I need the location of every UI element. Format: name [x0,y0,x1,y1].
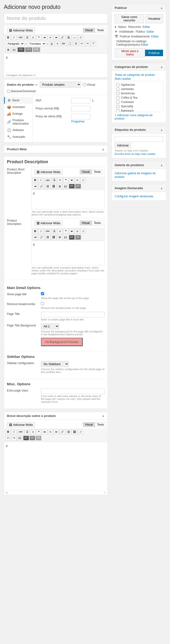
sd-ul[interactable]: ☰ [52,178,57,183]
bd-unlink[interactable]: ⛓ [66,430,71,434]
choose-tags-link[interactable]: Escolha entre as tags mais usadas [115,152,156,155]
cat-item[interactable]: camisetas [116,87,161,91]
most-used-link[interactable]: Mais usadas [115,77,163,80]
pd-expand[interactable]: ⤢ [81,229,86,234]
bd-italic[interactable]: I [11,430,16,434]
expand-btn[interactable]: ⤢ [78,35,83,40]
sku-input[interactable] [71,98,90,104]
categories-toggle[interactable]: ▲ [160,65,163,69]
add-gallery-link[interactable]: Adicionar galeria de imagens do produto [115,172,156,178]
extra-class-input[interactable] [41,388,105,394]
sd-ol[interactable]: ≡ [58,178,63,183]
formats-select[interactable]: Formatos [27,41,46,46]
visual-tab[interactable]: Visual [83,28,95,33]
pd-blockquote[interactable]: ❝ [63,229,69,234]
page-title-bg-select[interactable]: Default Alt 1 Alt 2 Alt 3 [41,323,59,329]
virtual-label[interactable]: Virtual: [83,83,96,86]
redo-btn[interactable]: ↪ [85,41,90,46]
publish-button[interactable]: Publicar [145,50,163,56]
brief-desc-resize[interactable]: ⤡ [103,491,106,494]
alt-bg-preview-button[interactable]: Alt Background Preview [41,338,83,346]
add-media-button[interactable]: 🖼 Adicionar Mídia [7,28,35,33]
sidenav-geral[interactable]: ⚙ Geral [4,97,33,104]
sd-unlink[interactable]: ⛓ [45,184,51,189]
tag-input[interactable] [115,136,163,142]
desc-visual-tab[interactable]: Visual [80,220,92,226]
link-btn[interactable]: 🔗 [59,35,65,40]
table-btn[interactable]: ⊞ [5,47,11,52]
insert-btn[interactable]: — [72,35,77,40]
remove-breadcrumbs-checkbox[interactable] [41,302,44,305]
bd-f3[interactable]: FF [36,436,41,440]
pd-image[interactable]: 🖼 [51,235,57,240]
page-title-input[interactable] [41,312,105,317]
categories-list[interactable]: Appliances camisetas femininnas Coffee &… [115,81,163,112]
pd-f2[interactable]: FF [75,235,81,240]
bd-ul[interactable]: ☰ [25,430,30,434]
status-edit-link[interactable]: Editar [143,25,150,28]
cat-item[interactable]: Cookware [116,100,161,104]
pd-table[interactable]: ⊞ [57,235,62,240]
preview-button[interactable]: Visualizar [145,14,163,23]
short-desc-add-media[interactable]: 🖼 Adicionar Mídia [34,170,63,175]
bd-align-right[interactable]: ➡ [53,430,59,434]
cat-item[interactable]: Bakeware [116,108,161,112]
format3-btn[interactable]: FFF [33,47,40,52]
underline-btn[interactable]: U [49,41,54,46]
special-char-btn[interactable]: Ω [74,41,79,46]
bd-f1[interactable]: FF [23,436,29,440]
pd-link[interactable]: 🔗 [38,235,45,240]
unlink-btn[interactable]: ⛓ [66,35,71,40]
trash-button[interactable]: Mover para a lixeira [115,48,145,57]
short-visual-tab[interactable]: Visual [80,170,92,174]
sd-f2[interactable]: FF [75,184,81,189]
bd-align-center[interactable]: ≡ [48,430,53,434]
blockquote-btn[interactable]: ❝ [36,35,41,40]
editor-content-area[interactable]: p [4,54,107,73]
bd-bold[interactable]: B [5,430,11,434]
sd-image[interactable]: 🖼 [51,184,57,189]
brief-visual-tab[interactable]: Visual [83,422,95,427]
undo-btn[interactable]: ↩ [79,41,85,46]
virtual-checkbox[interactable] [83,83,86,86]
publish-toggle[interactable]: ▲ [160,6,163,10]
desc-content[interactable]: p [32,241,104,265]
sd-align-center[interactable]: ≡ [75,178,80,183]
brief-text-tab[interactable]: Texto [95,422,106,427]
tags-toggle[interactable]: ▲ [160,128,163,132]
cat-check-speciality[interactable] [116,105,119,108]
cat-item[interactable]: Speciality [116,104,161,108]
sd-link[interactable]: 🔗 [38,184,45,189]
publish-time-edit-link[interactable]: Editar [151,35,159,38]
cat-check-femininnas[interactable] [116,92,119,95]
cat-item[interactable]: Appliances [116,82,161,87]
add-tag-button[interactable]: Adicionar [115,143,131,148]
align-left-btn[interactable]: ⬅ [42,35,47,40]
sd-table[interactable]: ⊞ [57,184,62,189]
text-tab[interactable]: Texto [95,28,106,33]
format1-btn[interactable]: FFF [17,47,25,52]
sidenav-produtos-relacionados[interactable]: 🔗 Produtos relacionados [4,117,33,127]
pd-ol[interactable]: ≡ [58,229,63,234]
brief-desc-toggle[interactable]: ▲ [102,414,105,418]
bold-btn[interactable]: B [5,35,11,40]
regular-price-input[interactable] [71,106,90,111]
justify-btn[interactable]: ≡ [55,41,60,46]
sidenav-inventario[interactable]: 📦 Inventário [4,104,33,110]
visibility-edit-link[interactable]: Editar [147,30,154,33]
text-color-btn[interactable]: A▾ [61,41,66,46]
sd-expand[interactable]: ⤢ [81,178,86,183]
pd-italic[interactable]: I [38,229,44,234]
pd-code[interactable]: [c] [63,235,69,240]
pd-align-left[interactable]: ⬅ [69,229,74,234]
save-draft-button[interactable]: Salvar como rascunho [115,14,144,23]
cat-item[interactable]: Coffee & Tea [116,96,161,100]
product-type-select[interactable]: Produto simples Produto agrupado Produto… [40,82,81,88]
sd-f1[interactable]: FF [69,184,75,189]
pd-f1[interactable]: FF [69,235,75,240]
sd-italic[interactable]: I [38,178,44,183]
product-name-input[interactable] [4,13,108,23]
code-btn[interactable]: [c] [11,47,17,52]
bd-abbr[interactable]: ABK [17,430,24,434]
catalog-edit-link[interactable]: Editar [141,43,148,46]
